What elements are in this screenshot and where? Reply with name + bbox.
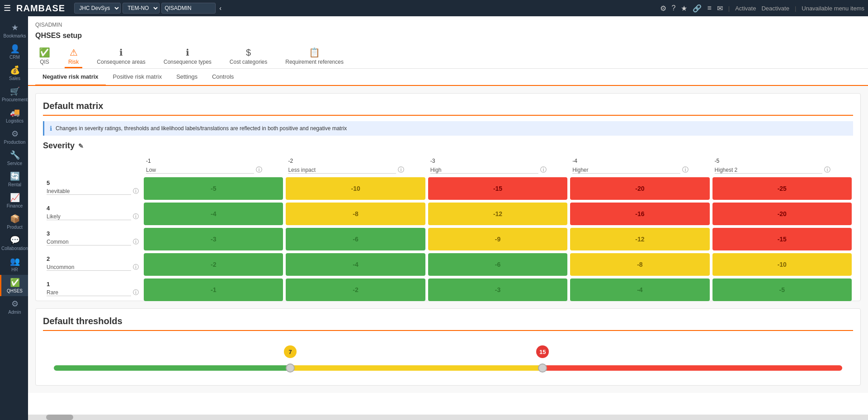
tab-cost-categories[interactable]: $ Cost categories	[226, 46, 271, 68]
severity-col-4-input[interactable]	[572, 167, 680, 174]
sidebar-item-logistics[interactable]: 🚚 Logistics	[0, 105, 28, 126]
cell-2-5[interactable]: -10	[712, 253, 852, 276]
severity-col-4-info[interactable]: ⓘ	[682, 166, 689, 174]
sidebar-item-crm[interactable]: 👤 CRM	[0, 41, 28, 62]
likelihood-1-info[interactable]: ⓘ	[133, 288, 139, 297]
severity-col-3-input[interactable]	[430, 167, 538, 174]
matrix-grid: -1 ⓘ -2 ⓘ -3 ⓘ	[43, 156, 853, 302]
severity-col-1-info[interactable]: ⓘ	[256, 166, 262, 174]
likelihood-row-3: 3 Common ⓘ	[43, 227, 142, 252]
content-area: Default matrix ℹ Changes in severity rat…	[28, 86, 868, 393]
severity-col-2-input[interactable]	[288, 167, 396, 174]
settings-icon[interactable]: ⚙	[660, 4, 666, 13]
cell-2-2[interactable]: -4	[286, 253, 425, 276]
sidebar-item-qhses[interactable]: ✅ QHSES	[0, 275, 28, 296]
unavailable-menu-link[interactable]: Unavailable menu items	[802, 5, 864, 12]
cell-3-2[interactable]: -6	[286, 228, 425, 250]
cell-3-3[interactable]: -9	[428, 228, 567, 250]
cell-2-3[interactable]: -6	[428, 253, 567, 276]
sidebar-item-hr[interactable]: 👥 HR	[0, 254, 28, 275]
crm-icon: 👤	[10, 44, 20, 54]
subtab-negative-risk[interactable]: Negative risk matrix	[35, 69, 106, 86]
sidebar-item-finance[interactable]: 📈 Finance	[0, 190, 28, 211]
cell-5-1[interactable]: -5	[144, 177, 283, 200]
rental-icon: 🔄	[10, 171, 20, 181]
language-select[interactable]: TEM-NO	[123, 3, 160, 14]
cell-3-1[interactable]: -3	[144, 228, 283, 250]
deactivate-link[interactable]: Deactivate	[761, 5, 789, 12]
top-nav: ☰ RAMBASE JHC DevSys TEM-NO ‹ ⚙ ? ★ 🔗 ≡ …	[0, 0, 868, 16]
cell-5-5[interactable]: -25	[712, 177, 852, 200]
cell-5-3[interactable]: -15	[428, 177, 567, 200]
severity-col-5-num: -5	[715, 158, 849, 164]
tab-risk[interactable]: ⚠ Risk	[65, 45, 82, 68]
cell-4-4[interactable]: -16	[570, 203, 709, 225]
hamburger-menu[interactable]: ☰	[4, 3, 11, 13]
connection-icon[interactable]: 🔗	[693, 4, 702, 13]
cell-4-1[interactable]: -4	[144, 203, 283, 225]
cell-4-3[interactable]: -12	[428, 203, 567, 225]
user-input[interactable]	[161, 3, 216, 14]
star-icon[interactable]: ★	[681, 4, 687, 13]
cell-1-3[interactable]: -3	[428, 278, 567, 301]
sidebar-item-procurement[interactable]: 🛒 Procurement	[0, 84, 28, 105]
subtab-controls[interactable]: Controls	[205, 69, 241, 86]
consequence-types-label: Consequence types	[164, 59, 212, 65]
help-icon[interactable]: ?	[672, 4, 676, 12]
tab-consequence-types[interactable]: ℹ Consequence types	[160, 45, 215, 68]
sidebar-item-collaboration[interactable]: 💬 Collaboration	[0, 232, 28, 254]
nav-arrow[interactable]: ‹	[219, 5, 222, 12]
cell-1-4[interactable]: -4	[570, 278, 709, 301]
cell-2-1[interactable]: -2	[144, 253, 283, 276]
likelihood-3-info[interactable]: ⓘ	[133, 238, 139, 246]
slider-track[interactable]	[54, 365, 842, 371]
subtab-settings[interactable]: Settings	[169, 69, 205, 86]
severity-col-5-input[interactable]	[715, 167, 823, 174]
scroll-thumb[interactable]	[46, 415, 73, 420]
severity-col-3-info[interactable]: ⓘ	[540, 166, 547, 174]
likelihood-4-info[interactable]: ⓘ	[133, 212, 139, 221]
likelihood-1-num: 1	[47, 281, 139, 288]
cell-2-4[interactable]: -8	[570, 253, 709, 276]
severity-edit-icon[interactable]: ✎	[78, 142, 84, 150]
sidebar-item-sales[interactable]: 💰 Sales	[0, 62, 28, 84]
severity-col-2-info[interactable]: ⓘ	[398, 166, 404, 174]
cell-5-4[interactable]: -20	[570, 177, 709, 200]
slider-thumb-2[interactable]	[538, 363, 547, 373]
severity-col-3-num: -3	[430, 158, 565, 164]
menu-icon[interactable]: ≡	[707, 4, 711, 12]
activate-link[interactable]: Activate	[735, 5, 756, 12]
severity-col-1-input[interactable]	[146, 167, 254, 174]
sidebar-item-service[interactable]: 🔧 Service	[0, 147, 28, 169]
likelihood-5-info[interactable]: ⓘ	[133, 187, 139, 195]
sidebar-item-bookmarks[interactable]: ★ Bookmarks	[0, 20, 28, 41]
cell-3-4[interactable]: -12	[570, 228, 709, 250]
threshold-badge-15: 15	[536, 345, 549, 358]
company-select[interactable]: JHC DevSys	[74, 3, 121, 14]
slider-thumb-1[interactable]	[286, 363, 295, 373]
tab-qis[interactable]: ✅ QIS	[35, 45, 54, 68]
tab-requirement-references[interactable]: 📋 Requirement references	[282, 45, 347, 68]
cell-4-5[interactable]: -20	[712, 203, 852, 225]
subtab-positive-risk[interactable]: Positive risk matrix	[106, 69, 169, 86]
bottom-scrollbar[interactable]	[28, 415, 868, 420]
cell-5-2[interactable]: -10	[286, 177, 425, 200]
sidebar-item-production[interactable]: ⚙ Production	[0, 126, 28, 147]
consequence-areas-icon: ℹ	[119, 47, 123, 58]
qis-tab-label: QIS	[40, 59, 49, 65]
cell-4-2[interactable]: -8	[286, 203, 425, 225]
cell-3-5[interactable]: -15	[712, 228, 852, 250]
sidebar-label-logistics: Logistics	[6, 118, 24, 123]
cell-1-5[interactable]: -5	[712, 278, 852, 301]
tab-consequence-areas[interactable]: ℹ Consequence areas	[93, 45, 149, 68]
info-icon: ℹ	[50, 125, 52, 132]
sidebar-item-rental[interactable]: 🔄 Rental	[0, 169, 28, 190]
cell-1-2[interactable]: -2	[286, 278, 425, 301]
email-icon[interactable]: ✉	[717, 4, 723, 13]
likelihood-2-info[interactable]: ⓘ	[133, 263, 139, 271]
service-icon: 🔧	[10, 150, 20, 160]
severity-col-5-info[interactable]: ⓘ	[824, 166, 830, 174]
sidebar-item-admin[interactable]: ⚙ Admin	[0, 296, 28, 317]
sidebar-item-product[interactable]: 📦 Product	[0, 211, 28, 232]
cell-1-1[interactable]: -1	[144, 278, 283, 301]
